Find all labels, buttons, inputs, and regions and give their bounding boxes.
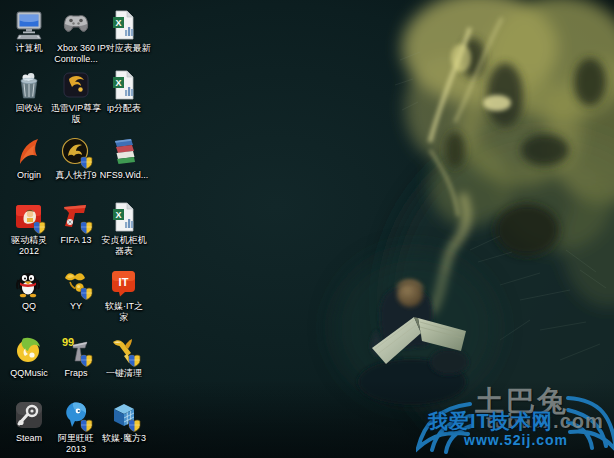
cube-icon	[107, 398, 141, 432]
svg-text:X: X	[115, 78, 121, 88]
desktop-icon-thunder-vip[interactable]: 迅雷VIP尊享 版	[53, 68, 99, 124]
clean-brush-icon	[107, 333, 141, 367]
icon-label: 软媒·IT之 家	[94, 301, 154, 322]
yy-gold-icon	[59, 266, 93, 300]
steam-piston-icon	[12, 398, 46, 432]
desktop-icon-ip-allocation-table[interactable]: Xip分配表	[101, 68, 147, 114]
qqmusic-swirl-icon	[12, 333, 46, 367]
fifa-ribbon-icon	[59, 200, 93, 234]
desktop-icon-anzhen-cabinet-table[interactable]: X安贞机柜机 器表	[101, 200, 147, 256]
excel-file-icon: X	[107, 68, 141, 102]
ithome-it-icon: IT	[107, 266, 141, 300]
driver-genius-icon	[12, 200, 46, 234]
desktop-icon-mofang-3[interactable]: 软媒·魔方3	[101, 398, 147, 444]
mk-dragon-icon	[59, 135, 93, 169]
icon-label: NFS9.Wid...	[94, 170, 154, 181]
desktop: 计算机Xbox 360 Controlle...XIP对应表最新回收站迅雷VIP…	[0, 0, 614, 458]
wangwang-icon	[59, 398, 93, 432]
winrar-books-icon	[107, 135, 141, 169]
desktop-icon-ip-mapping-table[interactable]: XIP对应表最新	[101, 8, 147, 54]
svg-text:IT: IT	[119, 276, 129, 288]
svg-text:X: X	[115, 210, 121, 220]
thunder-bird-icon	[59, 68, 93, 102]
desktop-icon-one-key-clean[interactable]: 一键清理	[101, 333, 147, 379]
icon-label: 软媒·魔方3	[94, 433, 154, 444]
recycle-bin-icon	[12, 68, 46, 102]
excel-file-icon: X	[107, 200, 141, 234]
desktop-icon-driver-genius-2012[interactable]: 驱动精灵 2012	[6, 200, 52, 256]
svg-text:X: X	[115, 18, 121, 28]
qq-penguin-icon	[12, 266, 46, 300]
computer-icon	[12, 8, 46, 42]
origin-swoosh-icon	[12, 135, 46, 169]
fraps-99-icon: 99	[59, 333, 93, 367]
icon-label: 安贞机柜机 器表	[94, 235, 154, 256]
desktop-icon-nfs9-archive[interactable]: NFS9.Wid...	[101, 135, 147, 181]
icon-label: ip分配表	[94, 103, 154, 114]
desktop-icon-aliwangwang-2013[interactable]: 阿里旺旺 2013	[53, 398, 99, 454]
svg-text:99: 99	[62, 336, 74, 348]
icon-label: IP对应表最新	[94, 43, 154, 54]
desktop-icon-ithome[interactable]: IT软媒·IT之 家	[101, 266, 147, 322]
desktop-icon-mortal-kombat-9[interactable]: 真人快打9	[53, 135, 99, 181]
desktop-icon-fraps[interactable]: 99Fraps	[53, 333, 99, 379]
icon-label: 一键清理	[94, 368, 154, 379]
excel-file-icon: X	[107, 8, 141, 42]
desktop-icon-fifa-13[interactable]: FIFA 13	[53, 200, 99, 246]
desktop-icon-xbox-360-controller[interactable]: Xbox 360 Controlle...	[53, 8, 99, 64]
desktop-icon-grid: 计算机Xbox 360 Controlle...XIP对应表最新回收站迅雷VIP…	[0, 0, 614, 458]
desktop-icon-yy[interactable]: YY	[53, 266, 99, 312]
xbox-controller-icon	[59, 8, 93, 42]
